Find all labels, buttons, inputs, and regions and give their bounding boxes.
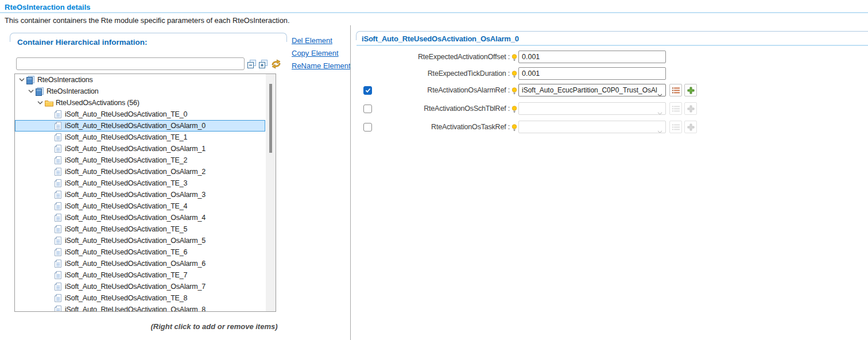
tree-rows: RteOsInteractionsRteOsInteractionRteUsed… — [15, 74, 276, 312]
copy-element-link[interactable]: Copy Element — [292, 49, 351, 57]
panel-divider — [350, 25, 351, 340]
doc-icon — [53, 260, 63, 268]
tree-item-label: iSoft_Auto_RteUsedOsActivation_OsAlarm_2 — [65, 168, 206, 176]
doc-icon — [53, 214, 63, 222]
tree-item[interactable]: iSoft_Auto_RteUsedOsActivation_TE_1 — [15, 132, 265, 143]
detail-title-underline — [356, 45, 868, 46]
chevron-down-icon[interactable] — [36, 101, 44, 105]
left-panel-title: Container Hierarchical information: — [17, 38, 148, 47]
tree-item-label: iSoft_Auto_RteUsedOsActivation_TE_7 — [65, 271, 187, 279]
tree-item[interactable]: iSoft_Auto_RteUsedOsActivation_OsAlarm_8 — [15, 304, 265, 312]
tree-item[interactable]: iSoft_Auto_RteUsedOsActivation_TE_4 — [15, 200, 265, 212]
chevron-down-icon[interactable] — [27, 90, 35, 93]
field-row: RteExpectedTickDuration : — [356, 67, 868, 80]
chevron-down-icon — [657, 126, 662, 133]
select-from-list-button — [669, 102, 682, 115]
doc-icon — [53, 133, 63, 141]
tree-item-label: iSoft_Auto_RteUsedOsActivation_OsAlarm_7 — [65, 283, 206, 291]
add-reference-button[interactable] — [684, 84, 697, 96]
bulb-icon — [512, 87, 517, 97]
tree-item[interactable]: iSoft_Auto_RteUsedOsActivation_TE_6 — [15, 246, 265, 258]
tree-scrollbar-thumb[interactable] — [269, 84, 272, 153]
doc-icon — [53, 202, 63, 210]
tree-item[interactable]: iSoft_Auto_RteUsedOsActivation_OsAlarm_5 — [15, 235, 265, 246]
reference-dropdown — [518, 102, 666, 115]
search-input[interactable] — [16, 57, 245, 70]
chevron-down-icon — [657, 107, 662, 115]
doc-icon — [53, 294, 63, 302]
bulb-icon — [512, 70, 517, 80]
tree-scrollbar[interactable] — [266, 74, 276, 311]
doc-icon — [53, 145, 63, 153]
tree-item[interactable]: RteOsInteraction — [15, 86, 265, 97]
chevron-down-icon[interactable] — [18, 78, 26, 82]
tree-item-label: iSoft_Auto_RteUsedOsActivation_TE_8 — [65, 294, 187, 302]
field-label: RteActivationOsTaskRef : — [373, 121, 510, 134]
tree-item-label: iSoft_Auto_RteUsedOsActivation_OsAlarm_4 — [65, 214, 206, 222]
field-input[interactable] — [518, 51, 666, 63]
add-reference-button — [684, 121, 697, 133]
tree-item[interactable]: iSoft_Auto_RteUsedOsActivation_OsAlarm_3 — [15, 189, 265, 200]
tree-item-label: iSoft_Auto_RteUsedOsActivation_OsAlarm_3 — [65, 191, 206, 199]
doc-icon — [53, 122, 63, 130]
bulb-icon — [512, 123, 517, 134]
del-element-link[interactable]: Del Element — [292, 36, 351, 45]
dropdown-value: iSoft_Auto_EcucPartition_C0P0_Trust_OsAl — [522, 86, 657, 94]
tree-item-label: iSoft_Auto_RteUsedOsActivation_OsAlarm_8 — [65, 306, 206, 312]
tree-item[interactable]: iSoft_Auto_RteUsedOsActivation_TE_3 — [15, 177, 265, 189]
reference-dropdown[interactable]: iSoft_Auto_EcucPartition_C0P0_Trust_OsAl — [518, 84, 666, 96]
sync-arrows-icon[interactable] — [270, 59, 282, 69]
field-row: RteActivationOsAlarmRef : iSoft_Auto_Ecu… — [356, 84, 868, 97]
doc-icon — [53, 156, 63, 164]
field-label: RteExpectedTickDuration : — [373, 67, 510, 80]
bulb-icon — [512, 105, 517, 115]
tree-item[interactable]: iSoft_Auto_RteUsedOsActivation_TE_8 — [15, 292, 265, 304]
field-input[interactable] — [518, 67, 666, 80]
field-label: RteActivationOsAlarmRef : — [373, 84, 510, 97]
select-from-list-button — [669, 121, 682, 133]
tree-item[interactable]: iSoft_Auto_RteUsedOsActivation_OsAlarm_2 — [15, 166, 265, 177]
add-reference-button — [684, 102, 697, 115]
tree-item-label: iSoft_Auto_RteUsedOsActivation_OsAlarm_1 — [65, 145, 206, 153]
tree-item[interactable]: iSoft_Auto_RteUsedOsActivation_OsAlarm_7 — [15, 281, 265, 292]
folder-icon — [44, 99, 53, 107]
app-window: RteOsInteraction details This container … — [0, 0, 868, 340]
tree-item[interactable]: iSoft_Auto_RteUsedOsActivation_OsAlarm_6 — [15, 258, 265, 269]
tree-item[interactable]: iSoft_Auto_RteUsedOsActivation_OsAlarm_0 — [15, 120, 265, 132]
checkbox-checked[interactable] — [363, 86, 372, 95]
bulb-icon — [512, 53, 517, 64]
tree-item-label: iSoft_Auto_RteUsedOsActivation_TE_0 — [65, 110, 187, 118]
select-from-list-button[interactable] — [669, 84, 682, 96]
rename-element-link[interactable]: ReName Element — [292, 61, 351, 70]
detail-panel-title: iSoft_Auto_RteUsedOsActivation_OsAlarm_0 — [362, 34, 519, 43]
doc-icon — [53, 237, 63, 245]
tree-item-label: iSoft_Auto_RteUsedOsActivation_TE_6 — [65, 248, 187, 256]
tree-item[interactable]: RteUsedOsActivations (56) — [15, 97, 265, 109]
doc-icon — [53, 191, 63, 199]
tree-item[interactable]: iSoft_Auto_RteUsedOsActivation_TE_7 — [15, 269, 265, 281]
checkbox-unchecked[interactable] — [363, 105, 372, 113]
field-row: RteExpectedActivationOffset : — [356, 51, 868, 64]
tree-item[interactable]: iSoft_Auto_RteUsedOsActivation_OsAlarm_4 — [15, 212, 265, 223]
field-label: RteActivationOsSchTblRef : — [373, 102, 510, 115]
doc-icon — [53, 271, 63, 279]
reference-dropdown — [518, 121, 666, 133]
checkbox-unchecked[interactable] — [363, 123, 372, 132]
tree-item-label: iSoft_Auto_RteUsedOsActivation_OsAlarm_6 — [65, 260, 206, 268]
page-description: This container containers the Rte module… — [5, 16, 289, 25]
tree-item-label: iSoft_Auto_RteUsedOsActivation_OsAlarm_0 — [65, 122, 206, 130]
doc-icon — [53, 168, 63, 176]
doc-icon — [53, 248, 63, 256]
tree-note: (Right click to add or remove items) — [138, 322, 290, 331]
expand-all-icon[interactable] — [258, 59, 268, 69]
tree-item-label: iSoft_Auto_RteUsedOsActivation_OsAlarm_5 — [65, 237, 206, 245]
collapse-all-icon[interactable] — [246, 59, 257, 69]
tree-item-label: RteUsedOsActivations (56) — [56, 99, 140, 107]
tree: RteOsInteractionsRteOsInteractionRteUsed… — [14, 74, 276, 312]
tree-item[interactable]: iSoft_Auto_RteUsedOsActivation_OsAlarm_1 — [15, 143, 265, 154]
tree-item[interactable]: iSoft_Auto_RteUsedOsActivation_TE_0 — [15, 109, 265, 120]
doc-icon — [53, 306, 63, 312]
tree-item[interactable]: iSoft_Auto_RteUsedOsActivation_TE_2 — [15, 154, 265, 166]
tree-item[interactable]: RteOsInteractions — [15, 74, 265, 86]
tree-item[interactable]: iSoft_Auto_RteUsedOsActivation_TE_5 — [15, 223, 265, 235]
